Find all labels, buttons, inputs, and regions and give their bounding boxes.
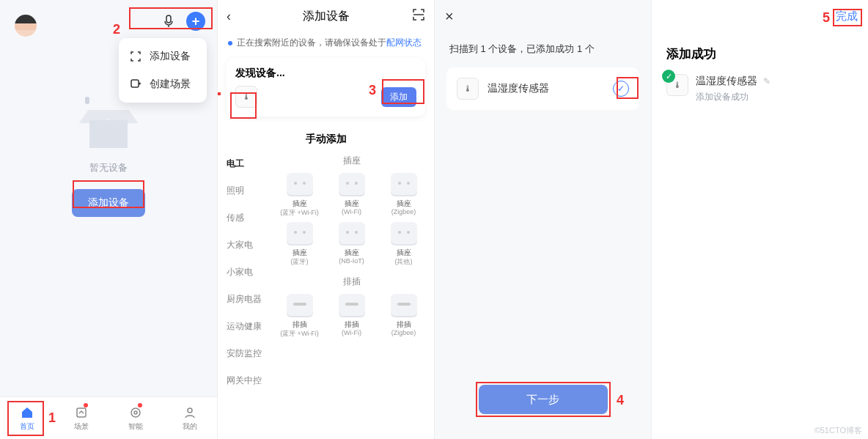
annotation-1: 1 (48, 410, 56, 426)
scan-status-text: 扫描到 1 个设备，已添加成功 1 个 (435, 32, 651, 67)
device-cell[interactable]: 排插(蓝牙 +Wi-Fi) (275, 294, 324, 339)
found-title: 发现设备... (235, 67, 416, 80)
category-item[interactable]: 安防监控 (227, 347, 269, 360)
dropdown-create-scene[interactable]: 创建场景 (119, 70, 207, 98)
add-device-screen: ‹ 添加设备 正在搜索附近的设备，请确保设备处于配网状态 发现设备... 🌡 添… (217, 0, 434, 439)
add-found-button[interactable]: 添加 (381, 87, 416, 107)
device-label: 排插 (379, 320, 428, 329)
tab-scene[interactable]: 场景 (54, 397, 108, 439)
tab-smart[interactable]: 智能 (108, 397, 163, 439)
scene-plus-icon (129, 78, 142, 91)
tab-home-label: 首页 (20, 421, 34, 432)
device-name: 温湿度传感器 (696, 75, 757, 86)
success-check-icon: ✓ (662, 70, 675, 83)
found-devices-card: 发现设备... 🌡 添加 (227, 58, 425, 117)
device-cell[interactable]: 插座(蓝牙 +Wi-Fi) (275, 173, 324, 218)
success-device-row: 🌡 ✓ 温湿度传感器 ✎ 添加设备成功 (652, 74, 868, 103)
dropdown-add-device[interactable]: 添加设备 (119, 43, 207, 70)
category-list: 电工 照明 传感 大家电 小家电 厨房电器 运动健康 安防监控 网关中控 (227, 153, 269, 402)
edit-icon[interactable]: ✎ (763, 76, 770, 86)
category-item[interactable]: 传感 (227, 212, 269, 224)
device-sublabel: (Wi-Fi) (327, 329, 376, 336)
device-cell[interactable]: 插座(Wi-Fi) (327, 173, 376, 218)
svg-rect-2 (77, 408, 86, 417)
device-sublabel: (蓝牙 +Wi-Fi) (275, 329, 324, 339)
tab-mine-label: 我的 (183, 421, 197, 432)
svg-point-5 (188, 408, 192, 413)
watermark: ©51CTO博客 (814, 425, 862, 436)
device-cell[interactable]: 插座(其他) (379, 222, 428, 267)
badge-dot (84, 403, 88, 407)
done-button[interactable]: 完成 (836, 10, 858, 23)
svg-point-4 (134, 411, 137, 414)
found-device-thumb[interactable]: 🌡 (235, 86, 257, 108)
annotation-4: 4 (617, 393, 624, 408)
tab-mine[interactable]: 我的 (163, 397, 217, 439)
add-plus-button[interactable]: + (186, 12, 205, 31)
dropdown-create-scene-label: 创建场景 (150, 78, 191, 91)
device-cell[interactable]: 插座(Zigbee) (379, 173, 428, 218)
scan-result-screen: × 扫描到 1 个设备，已添加成功 1 个 🌡 温湿度传感器 ✓ 下一步 4 (434, 0, 651, 439)
device-name: 温湿度传感器 (488, 82, 604, 95)
device-sublabel: (蓝牙) (275, 257, 324, 267)
scanned-device-row[interactable]: 🌡 温湿度传感器 ✓ (446, 67, 639, 110)
socket-icon (391, 222, 417, 246)
svg-point-3 (131, 408, 140, 417)
voice-icon[interactable] (161, 14, 176, 29)
category-item[interactable]: 厨房电器 (227, 293, 269, 306)
scan-icon (129, 50, 142, 63)
tab-bar: 首页 场景 智能 我的 (0, 396, 217, 439)
page-title: 添加设备 (303, 9, 350, 24)
avatar[interactable] (15, 15, 37, 37)
add-device-button[interactable]: 添加设备 (72, 189, 145, 217)
category-item[interactable]: 电工 (227, 158, 269, 170)
category-item[interactable]: 照明 (227, 185, 269, 197)
category-item[interactable]: 大家电 (227, 239, 269, 251)
device-cell[interactable]: 插座(NB-IoT) (327, 222, 376, 267)
badge-dot (138, 403, 142, 407)
empty-text: 暂无设备 (72, 161, 145, 174)
device-sublabel: (其他) (379, 257, 428, 267)
close-button[interactable]: × (445, 8, 454, 25)
socket-icon (391, 173, 417, 196)
empty-box-illustration (79, 110, 138, 154)
check-circle-icon: ✓ (613, 81, 629, 97)
device-cell[interactable]: 插座(蓝牙) (275, 222, 324, 267)
subcategory-header: 插座 (269, 155, 434, 167)
scan-qr-icon[interactable] (412, 8, 425, 24)
dropdown-add-device-label: 添加设备 (150, 50, 191, 63)
device-cell[interactable]: 排插(Zigbee) (379, 294, 428, 339)
back-button[interactable]: ‹ (227, 9, 231, 24)
device-sublabel: (NB-IoT) (327, 257, 376, 265)
category-item[interactable]: 运动健康 (227, 320, 269, 333)
subcategory-header: 排插 (269, 276, 434, 288)
device-sublabel: (Zigbee) (379, 329, 428, 336)
category-item[interactable]: 小家电 (227, 266, 269, 278)
device-label: 插座 (275, 248, 324, 257)
socket-icon (339, 222, 365, 246)
device-label: 插座 (327, 199, 376, 208)
device-cell[interactable]: 排插(Wi-Fi) (327, 294, 376, 339)
tab-home[interactable]: 首页 (0, 397, 54, 439)
socket-icon (287, 222, 313, 246)
device-thumb: 🌡 (457, 78, 479, 100)
success-subtext: 添加设备成功 (696, 91, 770, 103)
user-icon (183, 405, 197, 420)
socket-icon (287, 173, 313, 196)
device-sublabel: (Wi-Fi) (327, 208, 376, 215)
annotation-2: 2 (113, 22, 120, 37)
annotation-5: 5 (823, 10, 830, 26)
device-label: 插座 (327, 248, 376, 257)
pairing-link[interactable]: 配网状态 (386, 37, 422, 48)
socket-icon (339, 173, 365, 196)
device-label: 排插 (275, 320, 324, 329)
category-item[interactable]: 网关中控 (227, 375, 269, 387)
svg-rect-0 (166, 15, 171, 23)
manual-add-title: 手动添加 (218, 133, 434, 146)
device-label: 插座 (379, 199, 428, 208)
next-button[interactable]: 下一步 (479, 385, 608, 414)
home-screen: + 2 添加设备 创建场景 暂无设备 添加设备 首页 场景 (0, 0, 217, 439)
device-sublabel: (蓝牙 +Wi-Fi) (275, 208, 324, 218)
add-dropdown: 添加设备 创建场景 (119, 38, 207, 103)
tab-scene-label: 场景 (74, 421, 89, 432)
